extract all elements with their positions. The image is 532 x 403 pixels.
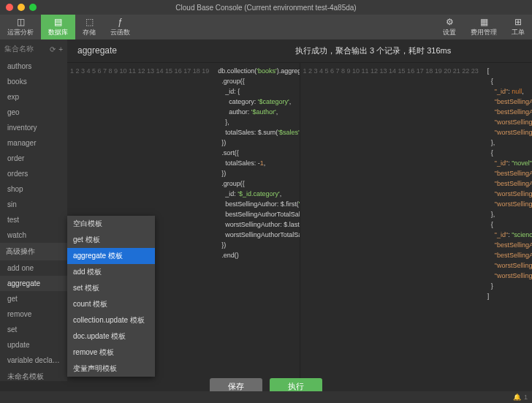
ctx-变量声明模板[interactable]: 变量声明模板	[67, 361, 155, 377]
template-update[interactable]: update	[0, 337, 67, 353]
collection-order[interactable]: order	[0, 151, 67, 166]
nav-icon: ⬚	[86, 17, 94, 27]
ctx-set-模板[interactable]: set 模板	[67, 280, 155, 296]
collection-manager[interactable]: manager	[0, 135, 67, 151]
nav-存储[interactable]: ⬚存储	[75, 15, 103, 39]
ctx-get-模板[interactable]: get 模板	[67, 232, 155, 248]
ctx-remove-模板[interactable]: remove 模板	[67, 344, 155, 361]
nav-icon: ƒ	[118, 17, 123, 27]
collection-inventory[interactable]: inventory	[0, 120, 67, 135]
ctx-collection.update-模板[interactable]: collection.update 模板	[67, 312, 155, 328]
refresh-icon[interactable]: ⟳	[50, 45, 56, 53]
ctx-count-模板[interactable]: count 模板	[67, 296, 155, 312]
close-icon[interactable]	[6, 4, 13, 11]
template-set[interactable]: set	[0, 322, 67, 337]
sidebar-section-advanced: 高级操作	[0, 243, 67, 260]
template-aggregate[interactable]: aggregate	[0, 276, 67, 291]
context-menu: 空白模板get 模板aggregate 模板add 模板set 模板count …	[67, 216, 155, 377]
template-remove[interactable]: remove	[0, 306, 67, 322]
template-add-one[interactable]: add one	[0, 260, 67, 276]
collection-orders[interactable]: orders	[0, 166, 67, 181]
bell-icon[interactable]: 🔔	[513, 393, 521, 401]
nav-设置[interactable]: ⚙设置	[436, 15, 463, 39]
sidebar: 集合名称 ⟳ + authorsbooksexpgeoinventorymana…	[0, 39, 67, 381]
nav-云函数[interactable]: ƒ云函数	[103, 15, 137, 39]
nav-icon: ⚙	[446, 17, 454, 27]
window-title: Cloud Base Console (Current environment …	[175, 4, 356, 12]
nav-数据库[interactable]: ▤数据库	[41, 15, 75, 39]
nav-icon: ◫	[17, 17, 25, 27]
collection-watch[interactable]: watch	[0, 227, 67, 243]
ctx-add-模板[interactable]: add 模板	[67, 264, 155, 280]
nav-icon: ▤	[54, 17, 62, 27]
collection-books[interactable]: books	[0, 74, 67, 89]
template-get[interactable]: get	[0, 291, 67, 306]
sidebar-title: 集合名称	[4, 44, 34, 54]
collection-exp[interactable]: exp	[0, 89, 67, 105]
execution-status: 执行成功，聚合输出 3 个记录，耗时 316ms	[295, 45, 451, 56]
collection-test[interactable]: test	[0, 212, 67, 227]
maximize-icon[interactable]	[29, 4, 37, 11]
ctx-doc.update-模板[interactable]: doc.update 模板	[67, 328, 155, 344]
collection-geo[interactable]: geo	[0, 105, 67, 120]
status-bar: 🔔 1	[0, 391, 532, 403]
sidebar-header: 集合名称 ⟳ +	[0, 39, 67, 59]
collection-shop[interactable]: shop	[0, 181, 67, 197]
code-editor-right[interactable]: 1 2 3 4 5 6 7 8 9 10 11 12 13 14 15 16 1…	[300, 63, 533, 381]
nav-运营分析[interactable]: ◫运营分析	[0, 15, 41, 39]
template-variable-declaration[interactable]: variable declaration	[0, 353, 67, 368]
top-nav: ◫运营分析▤数据库⬚存储ƒ云函数⚙设置▦费用管理⊞工单	[0, 15, 532, 39]
nav-icon: ▦	[480, 17, 488, 27]
page-title: aggregate	[77, 45, 295, 56]
notification-count: 1	[524, 393, 528, 401]
nav-icon: ⊞	[514, 17, 522, 27]
collection-authors[interactable]: authors	[0, 59, 67, 74]
titlebar: Cloud Base Console (Current environment …	[0, 0, 532, 15]
minimize-icon[interactable]	[18, 4, 25, 11]
ctx-空白模板[interactable]: 空白模板	[67, 216, 155, 232]
ctx-aggregate-模板[interactable]: aggregate 模板	[67, 248, 155, 264]
nav-费用管理[interactable]: ▦费用管理	[463, 15, 504, 39]
nav-工单[interactable]: ⊞工单	[504, 15, 532, 39]
add-icon[interactable]: +	[58, 45, 63, 53]
collection-sin[interactable]: sin	[0, 197, 67, 212]
